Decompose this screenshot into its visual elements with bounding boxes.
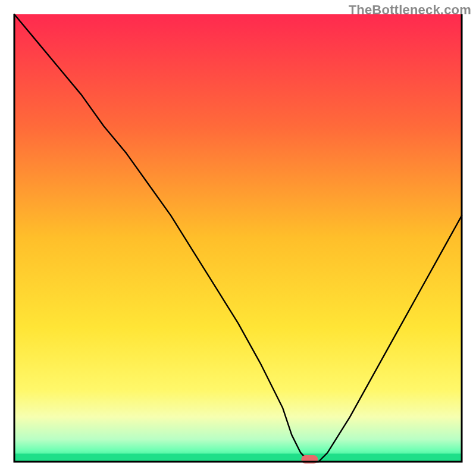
chart-svg [0, 0, 476, 476]
baseline-green-strip [14, 453, 462, 462]
gradient-background [14, 14, 462, 462]
watermark-text: TheBottleneck.com [349, 2, 471, 18]
bottleneck-chart: TheBottleneck.com [0, 0, 476, 476]
